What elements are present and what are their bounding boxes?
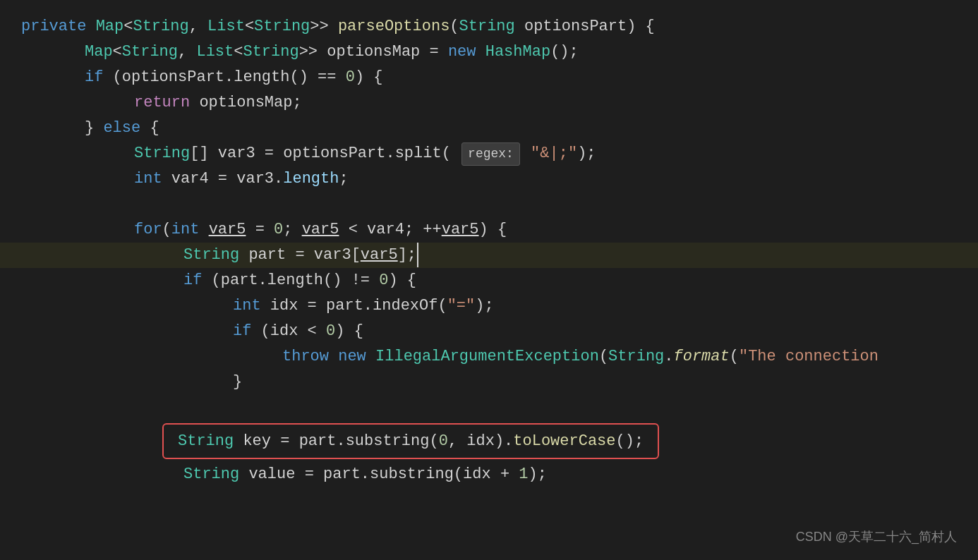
var5-3: var5 <box>442 217 479 242</box>
keyword-if3: if <box>233 319 261 343</box>
red-box-container: String key = part.substring(0, idx).toLo… <box>162 423 957 459</box>
method-format: format <box>674 344 730 369</box>
type-string-cls: String <box>608 344 664 369</box>
keyword-new1: new <box>448 39 485 64</box>
code-line-14: throw new IllegalArgumentException(Strin… <box>0 344 978 370</box>
keyword-for: for <box>134 217 162 242</box>
watermark: CSDN @天草二十六_简村人 <box>796 527 957 547</box>
generic-open2: < <box>245 14 254 39</box>
keyword-int3: int <box>233 293 270 318</box>
code-line-3: if (optionsPart.length() == 0) { <box>0 65 978 90</box>
type-map: Map <box>96 14 124 39</box>
keyword-int1: int <box>134 166 171 191</box>
code-line-13: if (idx < 0) { <box>0 319 978 344</box>
code-line-2: Map<String, List<String>> optionsMap = n… <box>0 39 978 65</box>
code-line-6: String[] var3 = optionsPart.split( regex… <box>0 141 978 166</box>
code-line-10: String part = var3[var5]; <box>0 243 978 268</box>
code-line-16 <box>0 395 978 420</box>
field-length: length <box>283 166 339 191</box>
type-map2: Map <box>85 39 113 64</box>
comma1: , <box>189 14 207 39</box>
method-parseoptions: parseOptions <box>338 14 449 39</box>
type-string1: String <box>133 14 188 39</box>
param-optionspart: optionsPart) { <box>515 14 655 39</box>
number-0-4: 0 <box>326 319 335 343</box>
keyword-if1: if <box>85 65 113 90</box>
code-line-12: int idx = part.indexOf("="); <box>0 293 978 319</box>
tooltip-regex: regex: <box>461 142 520 166</box>
number-0-3: 0 <box>379 268 388 293</box>
var5-4: var5 <box>361 243 398 267</box>
number-0-1: 0 <box>346 65 355 90</box>
number-1: 1 <box>519 462 528 487</box>
generic-close: >> <box>310 14 338 39</box>
paren-open: ( <box>449 14 459 39</box>
keyword-else: else <box>103 116 150 140</box>
type-hashmap: HashMap <box>485 39 550 64</box>
string-regex-val: "&|;" <box>531 141 577 166</box>
code-line-9: for(int var5 = 0; var5 < var4; ++var5) { <box>0 217 978 243</box>
code-line-7: int var4 = var3.length; <box>0 166 978 192</box>
method-tolowercase: toLowerCase <box>513 432 615 450</box>
red-box: String key = part.substring(0, idx).toLo… <box>162 423 659 459</box>
code-line-4: return optionsMap; <box>0 90 978 116</box>
string-equals: "=" <box>447 293 476 318</box>
type-string2: String <box>254 14 310 39</box>
keyword-return: return <box>134 90 199 115</box>
var5-1: var5 <box>209 217 246 242</box>
keyword-int2: int <box>171 217 209 242</box>
type-list: List <box>207 14 245 39</box>
number-0-2: 0 <box>274 217 283 242</box>
var5-2: var5 <box>302 217 339 242</box>
keyword-private: private <box>21 14 96 39</box>
code-editor: private Map<String, List<String>> parseO… <box>0 0 978 560</box>
keyword-if2: if <box>183 268 212 293</box>
string-the-connection: "The connection <box>739 344 879 369</box>
code-line-11: if (part.length() != 0) { <box>0 268 978 293</box>
code-line-18: String value = part.substring(idx + 1); <box>0 462 978 487</box>
text-cursor <box>417 243 428 267</box>
red-box-code: String key = part.substring(0, idx).toLo… <box>178 432 644 450</box>
type-string3: String <box>459 14 515 39</box>
code-line-8 <box>0 192 978 217</box>
code-line-1: private Map<String, List<String>> parseO… <box>0 14 978 39</box>
keyword-new2: new <box>338 344 375 369</box>
code-line-15: } <box>0 370 978 395</box>
generic-open: < <box>123 14 133 39</box>
code-line-5: } else { <box>0 116 978 141</box>
type-iae: IllegalArgumentException <box>375 344 599 369</box>
keyword-throw: throw <box>282 344 338 369</box>
